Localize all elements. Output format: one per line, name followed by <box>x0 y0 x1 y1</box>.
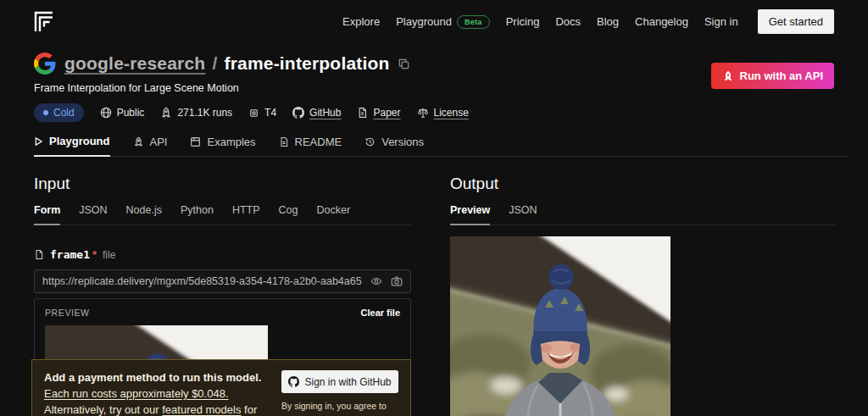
model-owner-link[interactable]: google-research <box>64 53 205 74</box>
hardware-badge: T4 <box>248 107 276 119</box>
run-with-api-button[interactable]: Run with an API <box>711 63 834 89</box>
cost-link[interactable]: Each run costs approximately $0.048. <box>44 387 229 400</box>
replicate-logo-icon[interactable] <box>34 11 53 32</box>
license-label: License <box>434 107 469 119</box>
model-header: google-research / frame-interpolation Fr… <box>0 39 868 122</box>
globe-icon <box>100 107 112 119</box>
github-label: GitHub <box>309 107 341 119</box>
tab-label: README <box>295 136 342 148</box>
get-started-button[interactable]: Get started <box>758 9 834 34</box>
payment-banner: Add a payment method to run this model. … <box>31 359 411 416</box>
input-tab-docker[interactable]: Docker <box>316 204 350 225</box>
tab-label: Examples <box>207 136 255 148</box>
chip-icon <box>248 108 259 119</box>
tab-readme[interactable]: README <box>279 135 342 157</box>
history-icon <box>364 136 376 147</box>
nav-label: Docs <box>555 15 581 28</box>
model-tab-bar: Playground API Examples README Versions <box>34 135 848 157</box>
google-logo-icon <box>34 53 56 75</box>
nav-label: Playground <box>396 15 452 28</box>
examples-icon <box>190 136 201 147</box>
tab-examples[interactable]: Examples <box>190 135 255 157</box>
nav-label: Explore <box>342 15 380 28</box>
header-nav: Explore Playground Beta Pricing Docs Blo… <box>342 9 834 34</box>
nav-item-changelog[interactable]: Changelog <box>635 15 688 28</box>
play-icon <box>34 136 43 147</box>
nav-label: Blog <box>597 15 619 28</box>
github-icon <box>288 376 299 387</box>
tab-label: API <box>150 136 168 148</box>
license-link[interactable]: License <box>417 107 469 119</box>
page-title: google-research / frame-interpolation <box>64 53 390 74</box>
input-tab-form[interactable]: Form <box>34 204 60 225</box>
tab-versions[interactable]: Versions <box>364 135 424 157</box>
run-with-api-label: Run with an API <box>740 69 823 82</box>
model-name: frame-interpolation <box>224 53 389 74</box>
sign-in-github-label: Sign in with GitHub <box>304 376 391 388</box>
field-type: file <box>103 249 115 261</box>
paper-label: Paper <box>373 107 400 119</box>
title-separator: / <box>212 53 217 74</box>
nav-item-playground[interactable]: Playground Beta <box>396 15 490 29</box>
status-badge: Cold <box>34 103 84 122</box>
tab-api[interactable]: API <box>133 135 168 157</box>
model-badges: Cold Public 271.1K runs T4 GitHub <box>34 103 834 122</box>
file-url-box <box>34 269 411 293</box>
site-header: Explore Playground Beta Pricing Docs Blo… <box>0 0 868 39</box>
output-tab-bar: Preview JSON <box>450 204 835 225</box>
output-title: Output <box>450 175 835 193</box>
output-tab-preview[interactable]: Preview <box>450 204 490 225</box>
output-panel: Output Preview JSON <box>450 171 835 416</box>
banner-text: Alternatively, try out our <box>44 403 159 416</box>
rocket-icon <box>722 70 734 82</box>
scales-icon <box>417 107 429 119</box>
paper-link[interactable]: Paper <box>357 107 400 119</box>
copy-icon[interactable] <box>398 58 409 69</box>
nav-item-blog[interactable]: Blog <box>597 15 619 28</box>
input-tab-http[interactable]: HTTP <box>232 204 260 225</box>
input-tab-cog[interactable]: Cog <box>279 204 298 225</box>
nav-item-explore[interactable]: Explore <box>342 15 380 28</box>
required-asterisk: * <box>92 248 97 261</box>
tab-playground[interactable]: Playground <box>34 135 110 157</box>
github-link[interactable]: GitHub <box>292 107 341 119</box>
input-tab-python[interactable]: Python <box>181 204 214 225</box>
tab-label: Playground <box>49 135 110 147</box>
sign-in-github-button[interactable]: Sign in with GitHub <box>281 370 398 393</box>
output-tab-json[interactable]: JSON <box>509 204 537 225</box>
input-tab-bar: Form JSON Node.js Python HTTP Cog Docker <box>34 204 411 225</box>
input-title: Input <box>34 175 411 193</box>
preview-header: PREVIEW Clear file <box>45 308 400 318</box>
rocket-icon <box>133 136 144 147</box>
nav-label: Pricing <box>506 15 540 28</box>
file-icon <box>34 249 44 260</box>
clear-file-button[interactable]: Clear file <box>361 308 400 318</box>
visibility-badge: Public <box>100 107 145 119</box>
payment-banner-title: Add a payment method to run this model. <box>44 371 261 384</box>
file-url-input[interactable] <box>42 275 362 287</box>
nav-item-docs[interactable]: Docs <box>555 15 581 28</box>
status-label: Cold <box>53 107 75 119</box>
paper-icon <box>357 107 368 119</box>
payment-banner-text: Add a payment method to run this model. … <box>44 370 270 416</box>
output-image[interactable] <box>450 236 670 416</box>
frame1-field-label: frame1 * file <box>34 248 411 261</box>
nav-item-pricing[interactable]: Pricing <box>506 15 540 28</box>
input-tab-nodejs[interactable]: Node.js <box>126 204 162 225</box>
camera-icon[interactable] <box>391 275 403 287</box>
eye-icon[interactable] <box>370 275 382 287</box>
featured-models-link[interactable]: featured models <box>162 403 241 416</box>
terms-text: By signing in, you agree to our terms of… <box>281 400 398 416</box>
hardware-label: T4 <box>264 107 276 119</box>
rocket-icon <box>160 107 172 119</box>
nav-label: Sign in <box>704 15 738 28</box>
status-dot-icon <box>43 110 48 115</box>
github-icon <box>292 107 304 119</box>
beta-badge: Beta <box>457 15 490 29</box>
tab-label: Versions <box>381 136 424 148</box>
payment-banner-actions: Sign in with GitHub By signing in, you a… <box>281 370 398 416</box>
nav-item-sign-in[interactable]: Sign in <box>704 15 738 28</box>
readme-doc-icon <box>279 136 289 147</box>
runs-badge: 271.1K runs <box>160 107 232 119</box>
input-tab-json[interactable]: JSON <box>79 204 107 225</box>
